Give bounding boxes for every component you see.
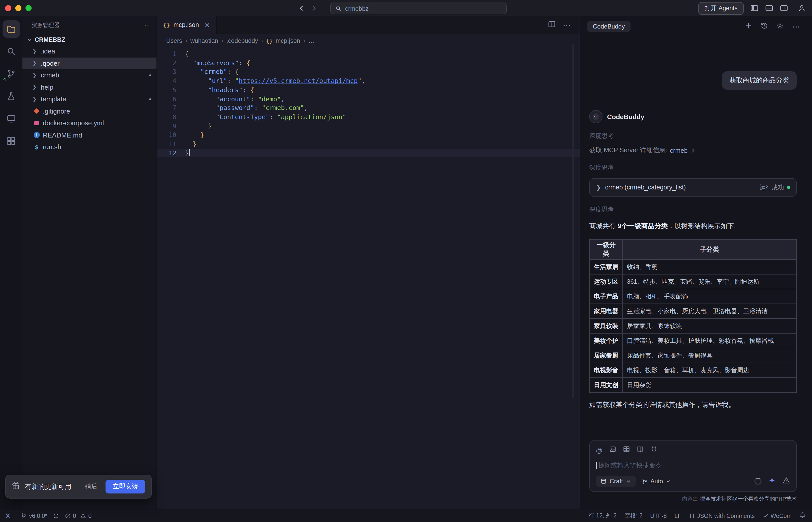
code-line-5[interactable]: 5 "headers": { <box>157 85 580 95</box>
explorer-item-.gitignore[interactable]: .gitignore <box>22 105 156 117</box>
table-row: 电视影音电视、投影、音箱、耳机、麦克风、影音周边 <box>589 363 796 378</box>
at-mention-icon[interactable]: @ <box>596 446 602 454</box>
global-search-input[interactable]: crmebbz <box>330 3 507 14</box>
toggle-sidebar-left-icon[interactable] <box>750 4 758 12</box>
maximize-window-button[interactable] <box>25 5 32 11</box>
indentation-status[interactable]: 空格: 2 <box>624 512 642 519</box>
thinking-label[interactable]: 深度思考 <box>589 163 797 172</box>
explorer-item-run.sh[interactable]: $run.sh <box>22 141 156 153</box>
explorer-item-crmeb[interactable]: ❯crmeb● <box>22 69 156 81</box>
git-branch-status[interactable]: v6.0.0* <box>21 513 47 519</box>
docker-file-icon <box>33 121 41 125</box>
encoding-status[interactable]: UTF-8 <box>650 513 667 519</box>
code-line-11[interactable]: 11 } <box>157 140 580 148</box>
editor-more-icon[interactable]: ⋯ <box>563 20 572 30</box>
warning-icon[interactable] <box>782 477 790 486</box>
code-line-10[interactable]: 10 } <box>157 130 580 140</box>
model-selector[interactable]: Craft <box>596 476 636 487</box>
chat-panel-header: CodeBuddy ⋯ <box>580 16 812 37</box>
sync-icon[interactable] <box>53 513 59 519</box>
editor-area: {} mcp.json ✕ ⋯ Users› wuhaotian› .codeb… <box>157 16 580 509</box>
thinking-label[interactable]: 深度思考 <box>589 132 797 141</box>
codebuddy-tab[interactable]: CodeBuddy <box>587 21 630 32</box>
editor-scrollbar[interactable] <box>573 44 574 398</box>
mode-selector[interactable]: Auto <box>642 478 671 485</box>
account-icon[interactable] <box>798 4 806 12</box>
code-line-8[interactable]: 8 "Content-Type": "application/json" <box>157 113 580 121</box>
problems-status[interactable]: 0 0 <box>65 513 92 519</box>
code-line-7[interactable]: 7 "password": "crmeb.com", <box>157 103 580 112</box>
install-now-button[interactable]: 立即安装 <box>105 480 145 494</box>
explorer-item-README.md[interactable]: iREADME.md <box>22 129 156 141</box>
source-control-icon[interactable]: 4 <box>2 65 20 82</box>
thinking-label[interactable]: 深度思考 <box>589 205 797 214</box>
close-tab-icon[interactable]: ✕ <box>205 21 210 29</box>
tool-call-card[interactable]: ❯ crmeb (crmeb_category_list) 运行成功 <box>589 178 797 197</box>
docs-book-icon[interactable] <box>637 446 644 455</box>
open-agents-button[interactable]: 打开 Agents <box>699 2 744 15</box>
explorer-item-template[interactable]: ❯template● <box>22 93 156 105</box>
forward-icon[interactable] <box>310 5 317 12</box>
settings-gear-icon[interactable] <box>776 22 784 31</box>
file-label: crmeb <box>41 72 59 79</box>
cursor-position-status[interactable]: 行 12, 列 2 <box>588 512 617 519</box>
code-line-2[interactable]: 2 "mcpServers": { <box>157 58 580 67</box>
toggle-panel-icon[interactable] <box>765 4 773 12</box>
toggle-sidebar-right-icon[interactable] <box>780 4 788 12</box>
code-line-6[interactable]: 6 "account": "demo", <box>157 95 580 103</box>
later-button[interactable]: 稍后 <box>84 482 97 491</box>
table-row: 家用电器生活家电、小家电、厨房大电、卫浴电器、卫浴清洁 <box>589 304 796 319</box>
tab-mcp-json[interactable]: {} mcp.json ✕ <box>157 16 217 34</box>
new-chat-icon[interactable] <box>745 22 752 31</box>
chat-thread: 获取商城的商品分类 CodeBuddy 深度思考 获取 MCP Server 详… <box>589 37 797 418</box>
status-bar: v6.0.0* 0 0 行 12, 列 2 空格: 2 UTF-8 LF {} … <box>0 509 812 522</box>
test-flask-icon[interactable] <box>2 87 20 105</box>
code-line-1[interactable]: 1{ <box>157 49 580 58</box>
file-label: run.sh <box>43 143 61 151</box>
code-line-3[interactable]: 3 "crmeb": { <box>157 67 580 76</box>
sparkle-send-icon[interactable] <box>768 477 776 486</box>
language-mode-status[interactable]: {} JSON with Comments <box>689 513 755 519</box>
history-icon[interactable] <box>760 22 768 31</box>
explorer-item-docker-compose.yml[interactable]: docker-compose.yml <box>22 117 156 129</box>
table-row: 电子产品电脑、相机、手表配饰 <box>589 289 796 304</box>
split-editor-icon[interactable] <box>548 20 556 30</box>
remote-indicator-icon[interactable] <box>0 509 15 522</box>
remote-explorer-icon[interactable] <box>2 110 20 127</box>
close-window-button[interactable] <box>5 5 11 11</box>
gift-icon <box>12 482 20 492</box>
explorer-root-folder[interactable]: CRMEBBZ <box>22 34 156 45</box>
plugin-icon[interactable] <box>651 446 658 455</box>
code-line-12[interactable]: 12} <box>157 148 580 157</box>
explorer-item-help[interactable]: ❯help <box>22 81 156 93</box>
extensions-icon[interactable] <box>2 133 20 150</box>
chevron-down-icon <box>26 36 33 42</box>
chevron-right-icon: ❯ <box>596 184 601 191</box>
mcp-detail-link[interactable]: 获取 MCP Server 详细信息: crmeb <box>589 146 797 155</box>
line-number: 3 <box>157 67 185 76</box>
breadcrumb[interactable]: Users› wuhaotian› .codebuddy› {} mcp.jso… <box>157 34 580 47</box>
table-row: 美妆个护口腔清洁、美妆工具、护肤护理、彩妆香氛、按摩器械 <box>589 333 796 348</box>
explorer-file-tree: ❯.idea❯.qoder❯crmeb●❯help❯template●.giti… <box>22 45 156 153</box>
assistant-summary: 商城共有 9个一级商品分类，以树形结构展示如下: <box>589 222 797 231</box>
explorer-more-icon[interactable]: ⋯ <box>144 22 150 28</box>
wecom-status[interactable]: WeCom <box>762 513 792 519</box>
explorer-view-icon[interactable] <box>2 20 20 38</box>
tool-status-label: 运行成功 <box>759 183 784 192</box>
explorer-item-.qoder[interactable]: ❯.qoder <box>22 57 156 69</box>
table-icon[interactable] <box>623 446 630 455</box>
code-editor[interactable]: 1{2 "mcpServers": {3 "crmeb": {4 "url": … <box>157 47 580 509</box>
chat-input-box[interactable]: @ 提问或输入"/"快捷命令 <box>589 440 797 492</box>
image-icon[interactable] <box>609 446 616 455</box>
eol-status[interactable]: LF <box>674 513 681 519</box>
back-icon[interactable] <box>298 5 305 12</box>
code-line-9[interactable]: 9 } <box>157 121 580 130</box>
table-row: 运动专区361、特步、匹克、安踏、斐乐、李宁、阿迪达斯 <box>589 274 796 289</box>
title-bar: crmebbz 打开 Agents <box>0 0 812 16</box>
notifications-bell-icon[interactable] <box>799 512 806 519</box>
panel-more-icon[interactable]: ⋯ <box>792 22 801 31</box>
minimize-window-button[interactable] <box>15 5 21 11</box>
code-line-4[interactable]: 4 "url": "https://v5.crmeb.net/outapi/mc… <box>157 76 580 85</box>
explorer-item-.idea[interactable]: ❯.idea <box>22 45 156 57</box>
search-view-icon[interactable] <box>2 43 20 60</box>
